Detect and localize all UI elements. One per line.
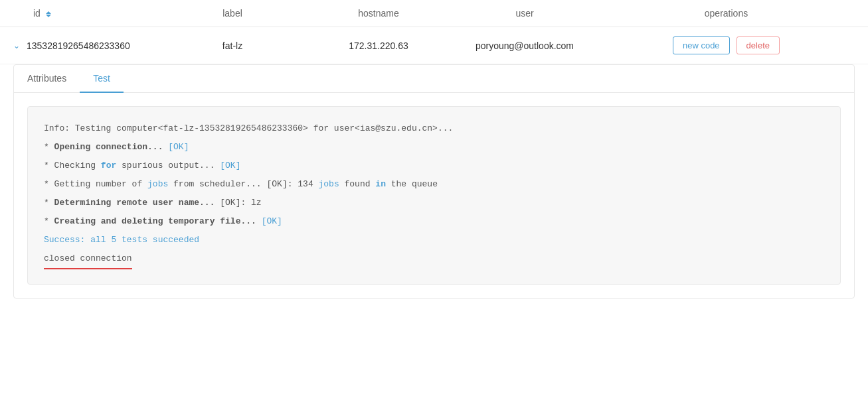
line5-bold: Determining remote user name... — [54, 198, 215, 208]
line7-text: Success: all 5 tests succeeded — [44, 235, 199, 245]
terminal-line-8: closed connection — [44, 250, 824, 269]
table-row: ⌄ 13532819265486233360 fat-lz 172.31.220… — [0, 27, 868, 64]
delete-button[interactable]: delete — [737, 36, 780, 54]
expanded-panel: Attributes Test Info: Testing computer<f… — [13, 64, 855, 299]
line6-prefix: * — [44, 216, 54, 226]
line3-middle: spurious output... — [116, 161, 215, 171]
header-user: user — [452, 8, 598, 19]
tab-attributes[interactable]: Attributes — [14, 65, 80, 93]
tab-test[interactable]: Test — [80, 65, 124, 93]
line2-prefix: * — [44, 142, 54, 152]
tab-content: Info: Testing computer<fat-lz-1353281926… — [14, 93, 854, 298]
row-id: 13532819265486233360 — [27, 40, 159, 51]
line6-ok: [OK] — [256, 216, 282, 226]
terminal-line-1: Info: Testing computer<fat-lz-1353281926… — [44, 120, 824, 137]
sort-down-icon — [46, 15, 51, 17]
closed-connection-text: closed connection — [44, 250, 132, 269]
terminal-line-7: Success: all 5 tests succeeded — [44, 232, 824, 249]
terminal-line-4: * Getting number of jobs from scheduler.… — [44, 176, 824, 193]
line3-for: for — [101, 161, 116, 171]
line2-bold: Opening connection... — [54, 142, 163, 152]
row-user: poryoung@outlook.com — [452, 40, 598, 51]
line4-in: in — [375, 179, 386, 189]
row-user-value: poryoung@outlook.com — [476, 40, 574, 51]
line4-jobs2: jobs — [319, 179, 339, 189]
line4-jobs1: jobs — [147, 179, 168, 189]
row-operations: new code delete — [598, 36, 855, 54]
line6-bold: Creating and deleting temporary file... — [54, 216, 256, 226]
expand-icon[interactable]: ⌄ — [13, 41, 27, 50]
tab-test-label: Test — [93, 73, 110, 84]
new-code-button[interactable]: new code — [673, 36, 730, 54]
sort-icon[interactable] — [46, 11, 51, 17]
line3-ok: [OK] — [215, 161, 240, 171]
tab-attributes-label: Attributes — [27, 73, 66, 84]
header-id: id — [13, 8, 159, 19]
line1-text: Info: Testing computer<fat-lz-1353281926… — [44, 123, 453, 133]
line4-start: * Getting number of — [44, 179, 147, 189]
header-operations-text: operations — [705, 8, 748, 19]
table-header: id label hostname user operations — [0, 0, 868, 27]
terminal-line-3: * Checking for spurious output... [OK] — [44, 157, 824, 174]
header-operations: operations — [598, 8, 855, 19]
header-id-label: id — [33, 8, 41, 19]
line5-result: [OK]: lz — [215, 198, 261, 208]
line2-ok: [OK] — [163, 142, 189, 152]
row-hostname: 172.31.220.63 — [305, 40, 452, 51]
terminal-line-2: * Opening connection... [OK] — [44, 139, 824, 156]
row-label-value: fat-lz — [222, 40, 242, 51]
line3-prefix: * Checking — [44, 161, 101, 171]
terminal-line-5: * Determining remote user name... [OK]: … — [44, 194, 824, 212]
line4-middle: from scheduler... [OK]: 134 — [168, 179, 318, 189]
tabs: Attributes Test — [14, 65, 854, 93]
header-hostname-text: hostname — [358, 8, 398, 19]
row-hostname-value: 172.31.220.63 — [349, 40, 408, 51]
sort-up-icon — [46, 11, 51, 14]
terminal-line-6: * Creating and deleting temporary file..… — [44, 213, 824, 230]
header-hostname: hostname — [305, 8, 452, 19]
header-label-text: label — [222, 8, 242, 19]
line4-queue: the queue — [386, 179, 438, 189]
line5-prefix: * — [44, 198, 54, 208]
row-id-value: 13532819265486233360 — [27, 40, 130, 51]
terminal-output: Info: Testing computer<fat-lz-1353281926… — [27, 106, 841, 285]
line4-found: found — [339, 179, 376, 189]
header-user-text: user — [515, 8, 533, 19]
row-label: fat-lz — [159, 40, 305, 51]
header-label: label — [159, 8, 305, 19]
